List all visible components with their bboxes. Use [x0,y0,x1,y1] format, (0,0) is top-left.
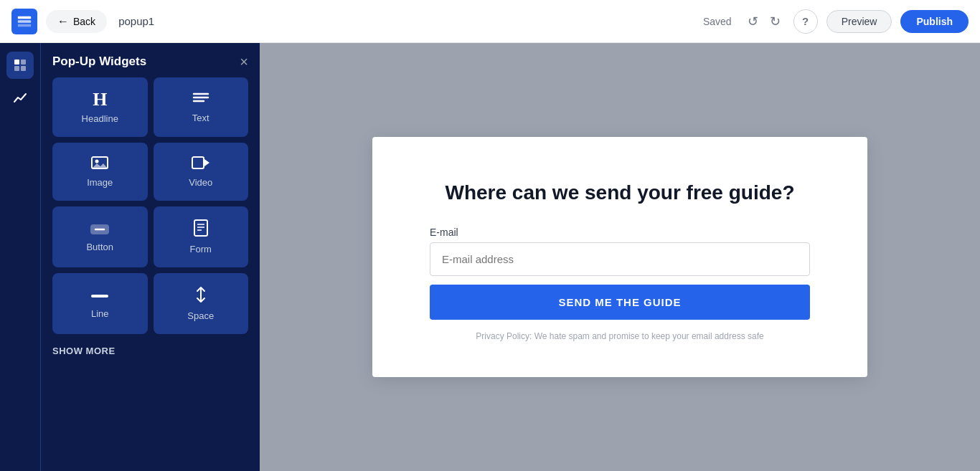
widget-image[interactable]: Image [52,143,148,201]
widget-line-label: Line [91,308,109,319]
svg-rect-4 [21,60,26,65]
main-layout: Pop-Up Widgets × H Headline Text [0,43,980,471]
svg-rect-12 [192,157,204,168]
widget-text[interactable]: Text [154,77,249,137]
widgets-header: Pop-Up Widgets × [52,54,248,69]
widget-space-label: Space [187,310,214,321]
widget-space[interactable]: Space [154,273,249,334]
widget-headline[interactable]: H Headline [52,77,148,137]
widgets-grid: H Headline Text [52,77,248,334]
svg-marker-13 [204,159,209,166]
svg-rect-5 [14,66,19,71]
widget-text-label: Text [192,113,209,123]
back-button[interactable]: ← Back [46,10,107,33]
svg-rect-0 [18,16,31,19]
widget-headline-label: Headline [82,113,118,124]
redo-button[interactable]: ↻ [765,11,785,32]
help-button[interactable]: ? [793,9,818,34]
svg-rect-3 [14,60,19,65]
undo-redo-group: ↺ ↻ [743,11,785,32]
svg-rect-16 [194,220,207,236]
back-label: Back [73,16,95,27]
svg-rect-1 [18,20,31,23]
publish-button[interactable]: Publish [900,10,969,33]
widget-image-label: Image [87,177,113,188]
video-icon [192,156,210,173]
text-icon [192,91,209,108]
button-icon [90,222,109,237]
sidebar-icon-widgets[interactable] [6,52,34,79]
privacy-text: Privacy Policy: We hate spam and promise… [476,331,763,341]
app-logo [11,9,37,34]
popup-heading: Where can we send your free guide? [445,180,794,206]
show-more-button[interactable]: SHOW MORE [52,343,248,359]
back-arrow-icon: ← [57,15,69,28]
widget-video-label: Video [189,177,212,188]
popup-card: Where can we send your free guide? E-mai… [372,137,867,376]
widgets-title: Pop-Up Widgets [52,54,146,69]
svg-rect-20 [91,295,108,298]
saved-status: Saved [703,16,732,27]
widget-line[interactable]: Line [52,273,148,334]
canvas-area: Where can we send your free guide? E-mai… [260,43,980,471]
form-icon [193,219,209,239]
undo-button[interactable]: ↺ [743,11,763,32]
svg-rect-6 [21,66,26,71]
widget-form[interactable]: Form [154,206,249,267]
sidebar-icons [0,43,40,471]
send-button[interactable]: SEND ME THE GUIDE [430,285,810,320]
svg-point-11 [95,160,99,163]
widget-video[interactable]: Video [154,143,249,201]
image-icon [91,156,108,173]
topbar: ← Back popup1 Saved ↺ ↻ ? Preview Publis… [0,0,980,43]
widget-form-label: Form [190,244,212,254]
preview-button[interactable]: Preview [826,10,892,33]
email-input[interactable] [430,242,810,276]
close-panel-button[interactable]: × [240,54,248,69]
line-icon [90,288,109,304]
page-name: popup1 [118,15,154,27]
svg-rect-2 [18,24,31,27]
headline-icon: H [93,90,107,109]
widget-button[interactable]: Button [52,206,148,267]
email-label: E-mail [430,227,458,238]
widgets-panel: Pop-Up Widgets × H Headline Text [40,43,260,471]
sidebar-icon-analytics[interactable] [6,85,34,112]
space-icon [193,286,209,306]
widget-button-label: Button [86,242,113,252]
help-icon: ? [802,15,809,27]
